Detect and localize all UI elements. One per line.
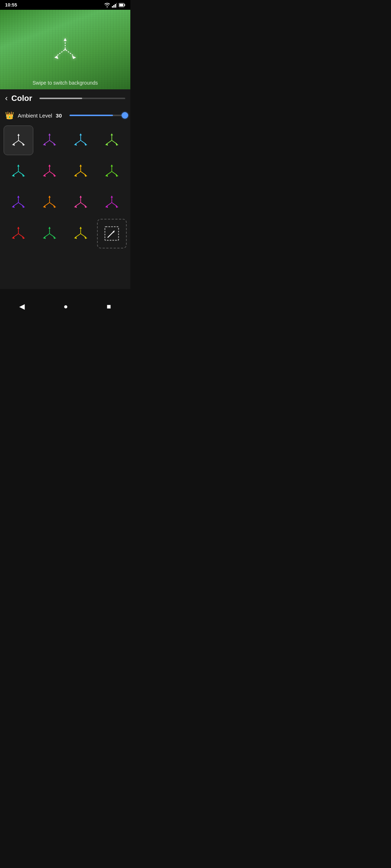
svg-marker-114 <box>80 227 82 229</box>
color-item-pink[interactable] <box>35 157 64 186</box>
svg-line-68 <box>112 172 117 175</box>
color-grid <box>0 123 130 252</box>
color-item-violet[interactable] <box>4 188 33 217</box>
slider-thumb[interactable] <box>122 112 128 119</box>
svg-marker-58 <box>80 165 82 167</box>
svg-point-28 <box>80 140 81 141</box>
battery-icon <box>119 3 125 7</box>
svg-marker-62 <box>84 174 87 177</box>
svg-line-52 <box>45 172 49 175</box>
color-item-purple[interactable] <box>35 125 64 155</box>
color-item-green2[interactable] <box>35 219 64 248</box>
signal-icon <box>112 3 117 8</box>
color-item-orange[interactable] <box>35 188 64 217</box>
nav-home-button[interactable]: ● <box>56 300 75 313</box>
color-item-lime[interactable] <box>97 157 127 186</box>
ambient-row: 👑 Ambient Level 30 <box>0 106 130 123</box>
svg-point-63 <box>111 171 112 172</box>
svg-marker-20 <box>22 143 25 146</box>
svg-marker-83 <box>53 205 56 208</box>
svg-line-110 <box>50 234 55 237</box>
svg-marker-37 <box>111 133 113 136</box>
svg-marker-86 <box>80 196 82 198</box>
svg-marker-104 <box>22 237 25 239</box>
panel-header: ‹ Color <box>0 89 130 106</box>
svg-point-70 <box>18 202 19 203</box>
svg-line-108 <box>45 234 49 237</box>
svg-line-31 <box>76 141 80 144</box>
svg-line-66 <box>107 172 112 175</box>
svg-line-59 <box>76 172 80 175</box>
svg-line-33 <box>81 141 86 144</box>
svg-marker-72 <box>17 196 20 198</box>
color-item-magenta[interactable] <box>97 188 127 217</box>
svg-line-117 <box>81 234 86 237</box>
svg-point-98 <box>18 233 19 234</box>
svg-rect-2 <box>115 4 116 8</box>
color-item-cyan[interactable] <box>66 125 96 155</box>
svg-line-75 <box>19 203 24 206</box>
svg-marker-55 <box>53 174 56 177</box>
color-item-yellow[interactable] <box>66 219 96 248</box>
svg-line-12 <box>66 50 74 56</box>
svg-point-112 <box>80 233 81 234</box>
svg-point-21 <box>49 140 50 141</box>
back-button[interactable]: ‹ <box>5 94 8 102</box>
color-item-teal[interactable] <box>4 157 33 186</box>
slider-fill <box>70 115 113 116</box>
svg-point-49 <box>49 171 50 172</box>
svg-marker-34 <box>84 143 87 146</box>
svg-line-101 <box>13 234 18 237</box>
svg-line-47 <box>19 172 24 175</box>
ambient-slider[interactable] <box>70 115 125 116</box>
svg-marker-76 <box>22 205 25 208</box>
svg-point-105 <box>49 233 50 234</box>
swipe-hint: Swipe to switch backgrounds <box>0 80 130 86</box>
svg-marker-69 <box>115 174 118 177</box>
svg-line-89 <box>81 203 86 206</box>
color-panel: ‹ Color 👑 Ambient Level 30 <box>0 89 130 289</box>
svg-line-82 <box>50 203 55 206</box>
svg-point-77 <box>49 202 50 203</box>
svg-point-84 <box>80 202 81 203</box>
svg-marker-100 <box>17 227 20 229</box>
svg-marker-118 <box>84 237 87 239</box>
svg-point-56 <box>80 171 81 172</box>
svg-line-80 <box>45 203 49 206</box>
color-item-custom[interactable] <box>97 219 127 248</box>
svg-rect-1 <box>113 5 114 8</box>
svg-marker-9 <box>64 38 67 41</box>
color-item-hot-pink[interactable] <box>66 188 96 217</box>
svg-line-96 <box>112 203 117 206</box>
svg-marker-107 <box>49 227 51 229</box>
svg-point-35 <box>111 140 112 141</box>
svg-marker-90 <box>84 205 87 208</box>
svg-rect-3 <box>116 3 117 8</box>
wifi-icon <box>104 3 110 8</box>
svg-marker-79 <box>49 196 51 198</box>
svg-line-115 <box>76 234 80 237</box>
progress-track <box>39 98 125 99</box>
color-item-orange-yellow[interactable] <box>66 157 96 186</box>
color-item-green[interactable] <box>97 125 127 155</box>
color-item-white[interactable] <box>4 125 33 155</box>
svg-point-7 <box>64 49 66 50</box>
svg-marker-30 <box>80 133 82 136</box>
svg-line-19 <box>19 141 24 144</box>
ambient-value: 30 <box>56 112 66 119</box>
svg-line-38 <box>107 141 112 144</box>
nav-recents-button[interactable]: ■ <box>99 300 118 313</box>
svg-rect-6 <box>125 4 125 6</box>
svg-marker-93 <box>111 196 113 198</box>
status-icons <box>104 3 125 8</box>
svg-point-14 <box>18 140 19 141</box>
nav-back-button[interactable]: ◀ <box>12 300 32 313</box>
color-item-red[interactable] <box>4 219 33 248</box>
ambient-label: Ambient Level <box>18 112 52 119</box>
svg-line-87 <box>76 203 80 206</box>
svg-rect-5 <box>119 4 123 6</box>
ar-anchor-preview <box>51 35 80 64</box>
status-bar: 10:55 <box>0 0 130 10</box>
svg-line-54 <box>50 172 55 175</box>
svg-line-40 <box>112 141 117 144</box>
